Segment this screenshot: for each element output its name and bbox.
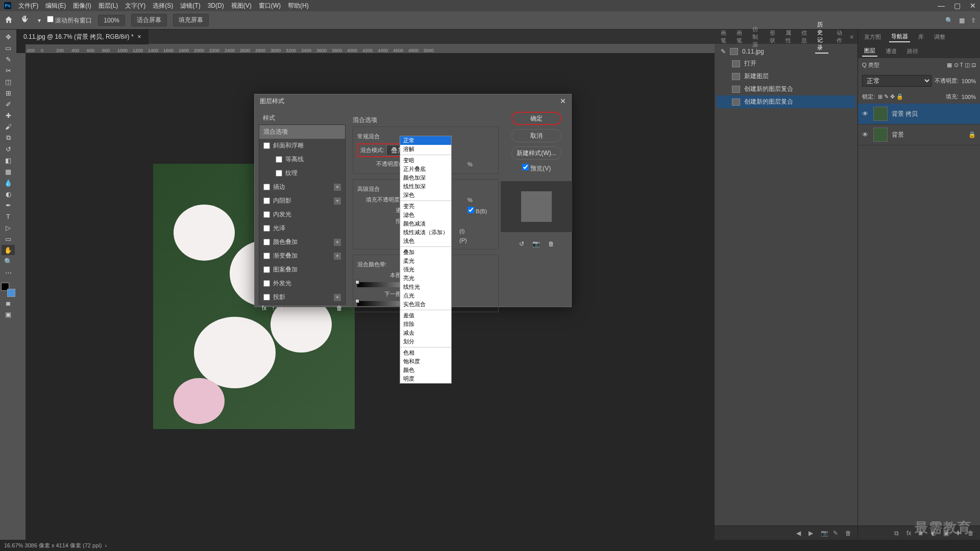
add-effect-icon[interactable]: + [334, 197, 341, 205]
style-delete-icon[interactable]: 🗑 [336, 305, 342, 312]
style-item[interactable]: 纹理 [259, 166, 345, 180]
style-item[interactable]: 渐变叠加+ [259, 249, 345, 263]
menu-image[interactable]: 图像(I) [73, 2, 91, 10]
minimize-icon[interactable]: — [938, 2, 945, 10]
hand-dropdown-icon[interactable]: ▾ [38, 17, 41, 24]
workspace-icon[interactable]: ▦ [959, 17, 965, 24]
search-icon[interactable]: 🔍 [945, 17, 953, 24]
style-item[interactable]: 颜色叠加+ [259, 235, 345, 249]
dropdown-option[interactable]: 正常 [400, 136, 451, 145]
fx-icon[interactable]: fx [262, 305, 266, 312]
lasso-tool[interactable]: ✎ [2, 54, 15, 64]
menu-edit[interactable]: 编辑(E) [45, 2, 66, 10]
preview-trash-icon[interactable]: 🗑 [548, 240, 554, 247]
eyedropper-tool[interactable]: ✐ [2, 99, 15, 109]
maximize-icon[interactable]: ▢ [954, 2, 961, 10]
cancel-button[interactable]: 取消 [511, 129, 561, 142]
menu-help[interactable]: 帮助(H) [288, 2, 309, 10]
ok-button[interactable]: 确定 [511, 112, 561, 125]
dropdown-option[interactable]: 滤色 [400, 211, 451, 219]
tab-brush2[interactable]: 画笔 [734, 28, 744, 45]
history-prev-icon[interactable]: ◀ [796, 530, 803, 537]
tab-library[interactable]: 库 [916, 32, 926, 42]
dropdown-option[interactable]: 线性光 [400, 283, 451, 291]
dropdown-option[interactable]: 线性加深 [400, 182, 451, 191]
style-item[interactable]: 描边+ [259, 180, 345, 194]
home-icon[interactable] [4, 15, 14, 26]
dropdown-option[interactable]: 饱和度 [400, 357, 451, 366]
preview-snapshot-icon[interactable]: 📷 [532, 240, 540, 247]
opacity-value[interactable]: 100% [962, 78, 976, 84]
healing-tool[interactable]: ✚ [2, 110, 15, 120]
tab-paths[interactable]: 路径 [905, 46, 920, 56]
brush-tool[interactable]: 🖌 [2, 121, 15, 132]
style-item[interactable]: 投影+ [259, 290, 345, 304]
tab-adjustments[interactable]: 调整 [932, 32, 947, 42]
eraser-tool[interactable]: ◧ [2, 155, 15, 165]
menu-text[interactable]: 文字(Y) [125, 2, 145, 10]
menu-view[interactable]: 视图(V) [231, 2, 252, 10]
hand-tool-icon[interactable] [20, 15, 32, 26]
dropdown-option[interactable]: 浅色 [400, 237, 451, 245]
dropdown-option[interactable]: 强光 [400, 265, 451, 274]
style-item[interactable]: 光泽 [259, 221, 345, 235]
document-tab[interactable]: 0.11.jpg @ 16.7% (背景 拷贝, RGB/8#) * × [16, 30, 149, 44]
layer-fx-icon[interactable]: fx [906, 530, 914, 537]
history-next-icon[interactable]: ▶ [808, 530, 816, 537]
dodge-tool[interactable]: ◐ [2, 189, 15, 199]
blend-mode-select[interactable]: 正常 [862, 75, 932, 87]
status-chevron-icon[interactable]: › [105, 542, 107, 548]
dialog-close-icon[interactable]: ✕ [560, 97, 566, 105]
dropdown-option[interactable]: 变亮 [400, 202, 451, 211]
gradient-tool[interactable]: ▦ [2, 166, 15, 177]
panel-menu-icon[interactable]: ≡ [850, 34, 853, 40]
add-effect-icon[interactable]: + [334, 239, 341, 246]
blur-tool[interactable]: 💧 [2, 178, 15, 188]
layer-link-icon[interactable]: ⧉ [894, 530, 901, 537]
dropdown-option[interactable]: 颜色 [400, 366, 451, 374]
preview-checkbox[interactable]: 预览(V) [522, 164, 551, 173]
tab-properties[interactable]: 属性 [783, 28, 793, 45]
style-item[interactable]: 外发光 [259, 277, 345, 290]
zoom-100-button[interactable]: 100% [98, 15, 125, 26]
color-swatches[interactable] [1, 283, 15, 297]
pen-tool[interactable]: ✒ [2, 200, 15, 210]
menu-layer[interactable]: 图层(L) [99, 2, 118, 10]
tab-actions[interactable]: 动作 [835, 28, 844, 45]
dropdown-option[interactable]: 溶解 [400, 145, 451, 154]
style-up-icon[interactable]: ↑ [272, 305, 275, 312]
background-color[interactable] [7, 289, 15, 297]
new-style-button[interactable]: 新建样式(W)... [511, 146, 561, 160]
tab-shapes[interactable]: 形状 [768, 28, 777, 45]
hand-tool[interactable]: ✋ [2, 245, 15, 255]
move-tool[interactable]: ✥ [2, 32, 15, 42]
style-item[interactable]: 内发光 [259, 208, 345, 221]
dropdown-option[interactable]: 减去 [400, 329, 451, 337]
dropdown-option[interactable]: 点光 [400, 291, 451, 300]
dropdown-option[interactable]: 色相 [400, 348, 451, 357]
shape-tool[interactable]: ▭ [2, 234, 15, 244]
history-delete-icon[interactable]: 🗑 [845, 530, 852, 537]
zoom-tool[interactable]: 🔍 [2, 256, 15, 266]
dropdown-option[interactable]: 正片叠底 [400, 165, 451, 173]
history-item[interactable]: 创建新的图层复合 [717, 95, 855, 108]
dropdown-option[interactable]: 变暗 [400, 156, 451, 165]
history-item[interactable]: 新建图层 [717, 70, 855, 83]
menu-file[interactable]: 文件(F) [18, 2, 38, 10]
history-item[interactable]: 打开 [717, 57, 855, 70]
add-effect-icon[interactable]: + [334, 184, 341, 191]
dropdown-option[interactable]: 划分 [400, 337, 451, 346]
add-effect-icon[interactable]: + [334, 253, 341, 260]
dropdown-option[interactable]: 差值 [400, 311, 451, 320]
history-item[interactable]: ✎ 0.11.jpg [717, 46, 855, 57]
dropdown-option[interactable]: 线性减淡（添加） [400, 228, 451, 237]
clone-tool[interactable]: ⧉ [2, 133, 15, 143]
tab-info[interactable]: 信息 [799, 28, 809, 45]
dropdown-option[interactable]: 实色混合 [400, 300, 451, 309]
fit-screen-button[interactable]: 适合屏幕 [131, 14, 167, 27]
dialog-titlebar[interactable]: 图层样式 ✕ [255, 94, 571, 108]
layer-kind-filter[interactable]: Q 类型 [862, 61, 879, 69]
add-effect-icon[interactable]: + [334, 294, 341, 301]
tab-brush[interactable]: 画笔 [719, 28, 728, 45]
tab-close-icon[interactable]: × [138, 33, 141, 40]
